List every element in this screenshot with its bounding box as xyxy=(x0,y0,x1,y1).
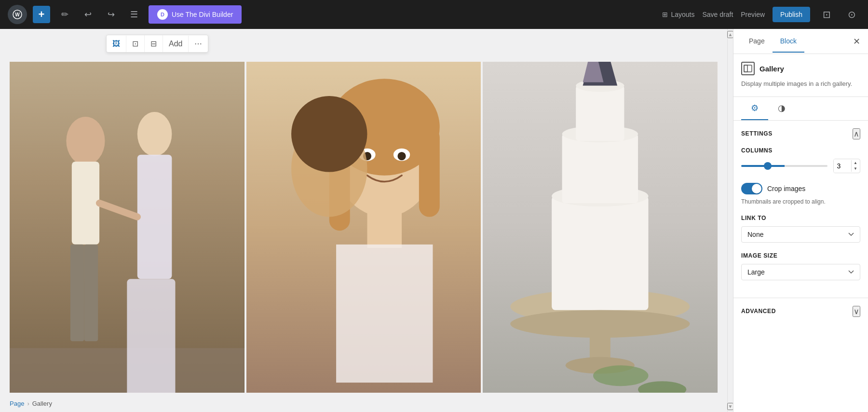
crop-images-toggle[interactable] xyxy=(741,183,762,194)
columns-control: ▲ ▼ xyxy=(741,159,860,173)
gallery-image-3[interactable] xyxy=(483,62,718,393)
sidebar-header: Page Block ✕ xyxy=(733,29,868,54)
gallery-image-2[interactable] xyxy=(246,62,481,393)
breadcrumb: Page › Gallery xyxy=(10,400,52,407)
editor-area: 🖼 ⊡ ⊟ Add ⋯ xyxy=(0,29,727,412)
svg-rect-16 xyxy=(419,127,440,217)
gallery-name: Gallery xyxy=(760,65,784,73)
image-view-button[interactable]: 🖼 xyxy=(107,36,126,52)
gallery-block-header: Gallery Display multiple images in a ric… xyxy=(733,54,868,97)
image-size-label: IMAGE SIZE xyxy=(741,252,860,259)
svg-rect-9 xyxy=(137,155,172,279)
svg-rect-10 xyxy=(127,279,175,393)
more-options-button[interactable]: ⋯ xyxy=(189,35,208,52)
columns-increment[interactable]: ▲ xyxy=(852,160,859,166)
settings-style-tabs: ⚙ ◑ xyxy=(733,97,868,121)
svg-rect-6 xyxy=(70,245,84,341)
divi-icon: D xyxy=(157,9,168,20)
svg-rect-21 xyxy=(367,206,402,248)
columns-control-group: COLUMNS ▲ ▼ xyxy=(741,147,860,173)
main-toolbar: W + ✏ ↩ ↪ ☰ D Use The Divi Builder ⊞ Lay… xyxy=(0,0,868,29)
style-tab[interactable]: ◑ xyxy=(768,97,795,120)
svg-text:W: W xyxy=(15,12,20,17)
columns-label: COLUMNS xyxy=(741,147,860,154)
add-image-button[interactable]: Add xyxy=(163,36,189,52)
save-draft-button[interactable]: Save draft xyxy=(702,11,733,18)
link-to-group: LINK TO None Media File Attachment Page xyxy=(741,215,860,243)
columns-slider[interactable] xyxy=(741,165,827,167)
crop-images-description: Thumbnails are cropped to align. xyxy=(741,198,860,205)
image-size-group: IMAGE SIZE Thumbnail Medium Large Full S… xyxy=(741,252,860,280)
gallery-description: Display multiple images in a rich galler… xyxy=(741,79,860,89)
gallery-block-title: Gallery xyxy=(741,62,860,75)
svg-rect-22 xyxy=(336,245,433,383)
wide-view-button[interactable]: ⊟ xyxy=(145,35,163,52)
svg-rect-5 xyxy=(72,162,99,245)
right-sidebar: Page Block ✕ Gallery Display multiple im… xyxy=(733,29,868,412)
list-view-button[interactable]: ☰ xyxy=(125,6,143,23)
sidebar-scroll[interactable]: ▲ ▼ xyxy=(727,29,733,412)
crop-images-label: Crop images xyxy=(767,185,805,192)
tab-block[interactable]: Block xyxy=(773,30,804,53)
add-block-button[interactable]: + xyxy=(33,6,50,23)
advanced-toggle-button[interactable]: ∨ xyxy=(853,306,860,317)
svg-point-8 xyxy=(137,112,172,156)
svg-rect-31 xyxy=(576,86,624,141)
svg-rect-44 xyxy=(744,65,747,72)
divi-builder-button[interactable]: D Use The Divi Builder xyxy=(149,5,242,24)
publish-button[interactable]: Publish xyxy=(773,7,810,22)
svg-point-24 xyxy=(291,96,367,172)
breadcrumb-current: Gallery xyxy=(32,400,52,407)
main-area: 🖼 ⊡ ⊟ Add ⋯ xyxy=(0,29,868,412)
columns-spinners: ▲ ▼ xyxy=(851,160,859,172)
crop-view-button[interactable]: ⊡ xyxy=(126,35,145,52)
gallery-grid xyxy=(10,62,718,393)
block-toolbar: 🖼 ⊡ ⊟ Add ⋯ xyxy=(106,35,208,53)
redo-button[interactable]: ↪ xyxy=(102,6,120,23)
advanced-label: Advanced xyxy=(741,308,776,315)
settings-tab[interactable]: ⚙ xyxy=(741,97,768,120)
edit-button[interactable]: ✏ xyxy=(56,6,73,23)
svg-rect-29 xyxy=(562,134,638,203)
breadcrumb-separator: › xyxy=(27,400,29,407)
svg-point-41 xyxy=(593,365,649,386)
svg-rect-43 xyxy=(744,65,752,72)
preview-button[interactable]: Preview xyxy=(741,11,765,18)
settings-menu-button[interactable]: ⊙ xyxy=(843,6,860,23)
svg-point-20 xyxy=(397,152,406,160)
undo-button[interactable]: ↩ xyxy=(79,6,96,23)
columns-number-input[interactable] xyxy=(834,159,851,173)
svg-point-4 xyxy=(66,117,105,165)
breadcrumb-page[interactable]: Page xyxy=(10,400,24,407)
toggle-sidebar-button[interactable]: ⊡ xyxy=(818,6,835,23)
settings-section: Settings ∧ COLUMNS ▲ ▼ xyxy=(733,121,868,298)
toolbar-right: ⊞ Layouts Save draft Preview Publish ⊡ ⊙ xyxy=(662,6,860,23)
tab-page[interactable]: Page xyxy=(741,30,773,53)
advanced-section: Advanced ∨ xyxy=(733,298,868,325)
gallery-block-icon xyxy=(741,62,755,75)
section-header: Settings ∧ xyxy=(741,128,860,139)
layouts-icon: ⊞ xyxy=(662,11,668,18)
svg-rect-7 xyxy=(84,245,98,341)
svg-rect-27 xyxy=(552,196,648,310)
link-to-label: LINK TO xyxy=(741,215,860,221)
image-size-select[interactable]: Thumbnail Medium Large Full Size xyxy=(741,264,860,280)
gallery-image-1[interactable] xyxy=(10,62,244,393)
crop-toggle-row: Crop images xyxy=(741,183,860,194)
sidebar-tabs: Page Block xyxy=(741,30,804,53)
link-to-select[interactable]: None Media File Attachment Page xyxy=(741,226,860,243)
advanced-header[interactable]: Advanced ∨ xyxy=(733,298,868,325)
section-collapse-button[interactable]: ∧ xyxy=(853,128,860,139)
wp-logo[interactable]: W xyxy=(8,5,27,24)
close-sidebar-button[interactable]: ✕ xyxy=(853,36,860,47)
settings-label: Settings xyxy=(741,130,773,137)
columns-input-wrapper: ▲ ▼ xyxy=(833,159,860,173)
columns-decrement[interactable]: ▼ xyxy=(852,166,859,172)
layouts-button[interactable]: ⊞ Layouts xyxy=(662,11,694,18)
crop-images-group: Crop images Thumbnails are cropped to al… xyxy=(741,183,860,205)
